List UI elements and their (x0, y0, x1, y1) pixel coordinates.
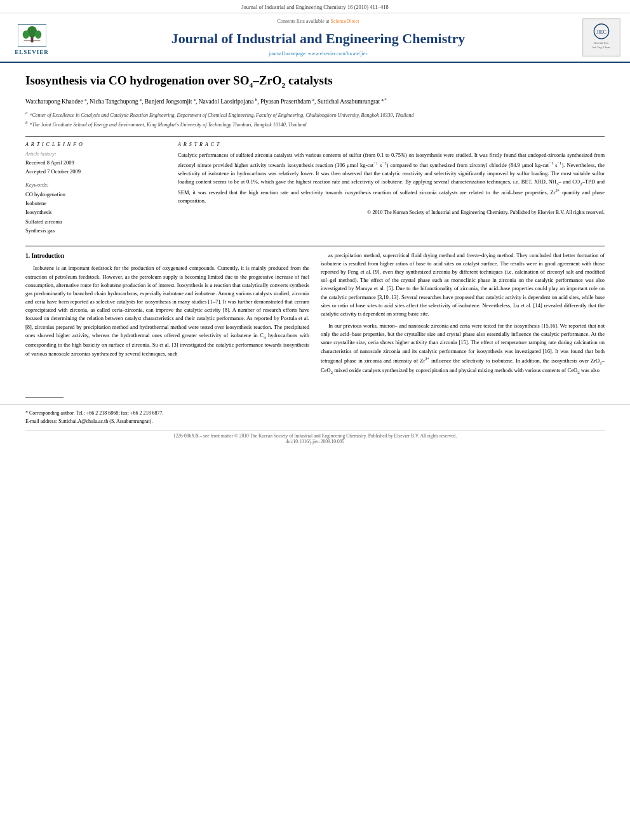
sciencedirect-link[interactable]: ScienceDirect (331, 18, 359, 24)
journal-badge: JIEC Korean Soc. Ind. Eng. Chem. (582, 18, 620, 57)
svg-rect-4 (30, 36, 33, 42)
page-wrapper: Journal of Industrial and Engineering Ch… (0, 0, 630, 447)
header-left: ELSEVIER (6, 18, 57, 57)
footer-notes: * Corresponding author. Tel.: +66 2 218 … (25, 410, 605, 426)
accepted-date: Accepted 7 October 2009 (25, 168, 165, 177)
affiliation-b: b ᵇ The Joint Graduate School of Energy … (25, 119, 605, 129)
journal-homepage: journal homepage: www.elsevier.com/locat… (269, 51, 368, 57)
body-col-left: 1. Introduction Isobutene is an importan… (25, 251, 309, 380)
history-heading: Article history: (25, 151, 165, 157)
affiliations: a ᵃ Center of Excellence in Catalysis an… (25, 110, 605, 128)
journal-title: Journal of Industrial and Engineering Ch… (171, 30, 466, 47)
intro-para-2: as precipitation method, supercritical f… (321, 251, 605, 318)
article-info-abstract: A R T I C L E I N F O Article history: R… (25, 136, 605, 235)
received-date: Received 8 April 2009 (25, 159, 165, 168)
keyword-3: Isosynthesis (25, 208, 165, 217)
journal-badge-icon: JIEC Korean Soc. Ind. Eng. Chem. (583, 19, 620, 56)
elsevier-tree-icon (18, 23, 46, 48)
email-address: E-mail address: Suttichai.A@chula.ac.th … (25, 418, 605, 426)
keyword-1: CO hydrogenation (25, 190, 165, 199)
abstract-column: A B S T R A C T Catalytic performances o… (178, 142, 605, 235)
keywords-heading: Keywords: (25, 182, 165, 188)
footer-divider (25, 397, 64, 397)
article-body: Isosynthesis via CO hydrogenation over S… (0, 63, 630, 393)
contents-line: Contents lists available at ScienceDirec… (278, 18, 359, 24)
svg-text:JIEC: JIEC (596, 29, 606, 35)
footer-bottom-line: 1226-086X/$ – see front matter © 2010 Th… (25, 430, 605, 444)
abstract-label: A B S T R A C T (178, 142, 605, 147)
intro-para-3: In our previous works, micron– and nanos… (321, 322, 605, 377)
keyword-4: Sulfated zirconia (25, 217, 165, 226)
svg-text:Ind. Eng. Chem.: Ind. Eng. Chem. (593, 46, 611, 49)
elsevier-logo: ELSEVIER (10, 20, 54, 55)
article-dates: Received 8 April 2009 Accepted 7 October… (25, 159, 165, 176)
article-info-column: A R T I C L E I N F O Article history: R… (25, 142, 165, 235)
keyword-2: Isobutene (25, 199, 165, 208)
svg-point-2 (22, 30, 29, 38)
keywords-list: CO hydrogenation Isobutene Isosynthesis … (25, 190, 165, 236)
body-col-right: as precipitation method, supercritical f… (321, 251, 605, 380)
journal-topline: Journal of Industrial and Engineering Ch… (0, 0, 630, 13)
intro-para-1: Isobutene is an important feedstock for … (25, 264, 309, 357)
svg-text:Korean Soc.: Korean Soc. (594, 41, 609, 44)
affiliation-a: a ᵃ Center of Excellence in Catalysis an… (25, 110, 605, 119)
introduction-heading: 1. Introduction (25, 251, 309, 261)
journal-header: ELSEVIER Contents lists available at Sci… (0, 13, 630, 63)
body-content: 1. Introduction Isobutene is an importan… (25, 246, 605, 380)
journal-citation: Journal of Industrial and Engineering Ch… (241, 4, 389, 10)
corresponding-author: * Corresponding author. Tel.: +66 2 218 … (25, 410, 605, 418)
svg-rect-6 (583, 19, 620, 56)
header-center: Contents lists available at ScienceDirec… (64, 18, 573, 57)
abstract-text: Catalytic performances of sulfated zirco… (178, 151, 605, 205)
header-right: JIEC Korean Soc. Ind. Eng. Chem. (579, 18, 624, 57)
copyright-line: © 2010 The Korean Society of Industrial … (178, 210, 605, 215)
authors: Watcharapong Khaodee a, Nicha Tangchupon… (25, 97, 605, 106)
svg-point-3 (35, 30, 41, 38)
elsevier-wordmark: ELSEVIER (15, 49, 49, 55)
article-title: Isosynthesis via CO hydrogenation over S… (25, 73, 605, 90)
article-footer: * Corresponding author. Tel.: +66 2 218 … (0, 404, 630, 447)
article-info-label: A R T I C L E I N F O (25, 142, 165, 147)
keyword-5: Synthesis gas (25, 226, 165, 235)
